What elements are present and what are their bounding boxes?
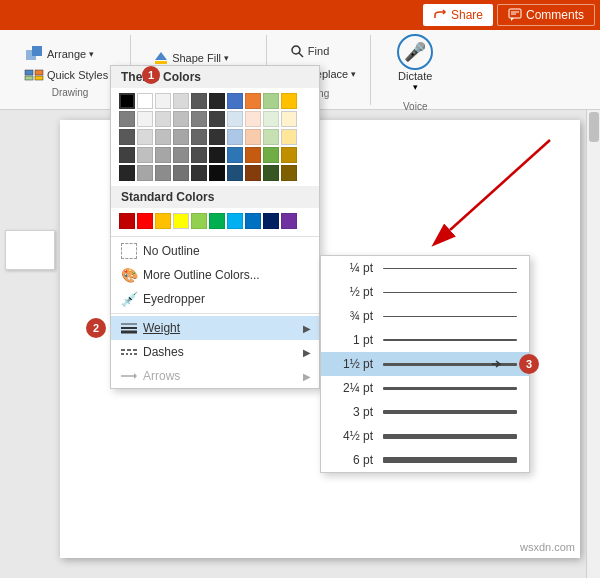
color-swatch-3[interactable] (191, 93, 207, 109)
tc-4-5[interactable] (209, 165, 225, 181)
tc-4-4[interactable] (191, 165, 207, 181)
tc-2-5[interactable] (209, 129, 225, 145)
theme-color-grid (111, 88, 319, 186)
tc-3-7[interactable] (245, 147, 261, 163)
standard-color-grid (111, 208, 319, 234)
tc-2-2[interactable] (155, 129, 171, 145)
dashes-item[interactable]: Dashes ▶ (111, 340, 319, 364)
sc-0[interactable] (119, 213, 135, 229)
tc-1-2[interactable] (155, 111, 171, 127)
tc-1-5[interactable] (209, 111, 225, 127)
tc-4-7[interactable] (245, 165, 261, 181)
tc-3-2[interactable] (155, 147, 171, 163)
weight-6pt[interactable]: 6 pt (321, 448, 529, 472)
svg-marker-28 (134, 373, 137, 379)
tc-3-4[interactable] (191, 147, 207, 163)
color-swatch-black[interactable] (119, 93, 135, 109)
color-swatch-white[interactable] (137, 93, 153, 109)
more-outline-colors-item[interactable]: 🎨 More Outline Colors... (111, 263, 319, 287)
tc-2-8[interactable] (263, 129, 279, 145)
tc-3-6[interactable] (227, 147, 243, 163)
tc-1-0[interactable] (119, 111, 135, 127)
sc-8[interactable] (263, 213, 279, 229)
weight-225pt[interactable]: 2¼ pt (321, 376, 529, 400)
arrange-stack: Arrange ▾ Quick Styles ▾ (18, 42, 122, 83)
tc-2-6[interactable] (227, 129, 243, 145)
tc-1-9[interactable] (281, 111, 297, 127)
weight-item[interactable]: 2 Weight ▶ (111, 316, 319, 340)
slide-thumbnail (5, 230, 55, 270)
comments-button[interactable]: Comments (497, 4, 595, 26)
weight-075pt[interactable]: ¾ pt (321, 304, 529, 328)
tc-1-1[interactable] (137, 111, 153, 127)
weight-15pt[interactable]: 1½ pt 3 (321, 352, 529, 376)
tc-4-2[interactable] (155, 165, 171, 181)
tc-2-3[interactable] (173, 129, 189, 145)
tc-3-8[interactable] (263, 147, 279, 163)
theme-color-row-1 (119, 111, 311, 127)
tc-3-1[interactable] (137, 147, 153, 163)
arrows-item[interactable]: Arrows ▶ (111, 364, 319, 388)
weight-1pt[interactable]: 1 pt (321, 328, 529, 352)
color-swatch-7[interactable] (263, 93, 279, 109)
weight-05pt[interactable]: ½ pt (321, 280, 529, 304)
tc-1-7[interactable] (245, 111, 261, 127)
eyedropper-item[interactable]: 💉 Eyedropper (111, 287, 319, 311)
tc-1-3[interactable] (173, 111, 189, 127)
weight-3pt[interactable]: 3 pt (321, 400, 529, 424)
weight-025pt[interactable]: ¼ pt (321, 256, 529, 280)
tc-2-4[interactable] (191, 129, 207, 145)
scrollbar-thumb[interactable] (589, 112, 599, 142)
tc-3-9[interactable] (281, 147, 297, 163)
sc-7[interactable] (245, 213, 261, 229)
theme-color-row-3 (119, 147, 311, 163)
svg-line-16 (299, 53, 303, 57)
color-swatch-2[interactable] (173, 93, 189, 109)
sc-4[interactable] (191, 213, 207, 229)
weight-line-6 (383, 457, 517, 463)
tc-2-1[interactable] (137, 129, 153, 145)
dictate-button[interactable]: 🎤 Dictate ▾ (387, 29, 443, 97)
no-outline-item[interactable]: No Outline (111, 239, 319, 263)
sc-2[interactable] (155, 213, 171, 229)
share-button[interactable]: Share (423, 4, 493, 26)
tc-3-5[interactable] (209, 147, 225, 163)
color-swatch-4[interactable] (209, 93, 225, 109)
find-button[interactable]: Find (283, 41, 362, 61)
quick-styles-button[interactable]: Quick Styles ▾ (18, 67, 122, 83)
weight-45pt[interactable]: 4½ pt (321, 424, 529, 448)
color-swatch-1[interactable] (155, 93, 171, 109)
tc-3-3[interactable] (173, 147, 189, 163)
tc-4-0[interactable] (119, 165, 135, 181)
weight-line-1 (383, 339, 517, 341)
tc-4-8[interactable] (263, 165, 279, 181)
svg-point-15 (292, 46, 300, 54)
tc-2-7[interactable] (245, 129, 261, 145)
tc-2-0[interactable] (119, 129, 135, 145)
color-swatch-5[interactable] (227, 93, 243, 109)
sc-9[interactable] (281, 213, 297, 229)
tc-4-1[interactable] (137, 165, 153, 181)
color-swatch-8[interactable] (281, 93, 297, 109)
color-swatch-6[interactable] (245, 93, 261, 109)
tc-4-9[interactable] (281, 165, 297, 181)
weight-icon (121, 320, 137, 336)
dictate-group: 🎤 Dictate ▾ Voice (379, 35, 451, 105)
dashes-icon (121, 344, 137, 360)
tc-4-3[interactable] (173, 165, 189, 181)
separator-2 (111, 313, 319, 314)
tc-3-0[interactable] (119, 147, 135, 163)
vertical-scrollbar[interactable] (586, 110, 600, 578)
tc-1-8[interactable] (263, 111, 279, 127)
arrange-button[interactable]: Arrange ▾ (18, 42, 122, 66)
svg-rect-12 (155, 61, 167, 64)
sc-3[interactable] (173, 213, 189, 229)
sc-1[interactable] (137, 213, 153, 229)
sc-5[interactable] (209, 213, 225, 229)
shape-outline-dropdown: Theme Colors (110, 65, 320, 389)
sc-6[interactable] (227, 213, 243, 229)
tc-1-4[interactable] (191, 111, 207, 127)
tc-4-6[interactable] (227, 165, 243, 181)
tc-2-9[interactable] (281, 129, 297, 145)
tc-1-6[interactable] (227, 111, 243, 127)
